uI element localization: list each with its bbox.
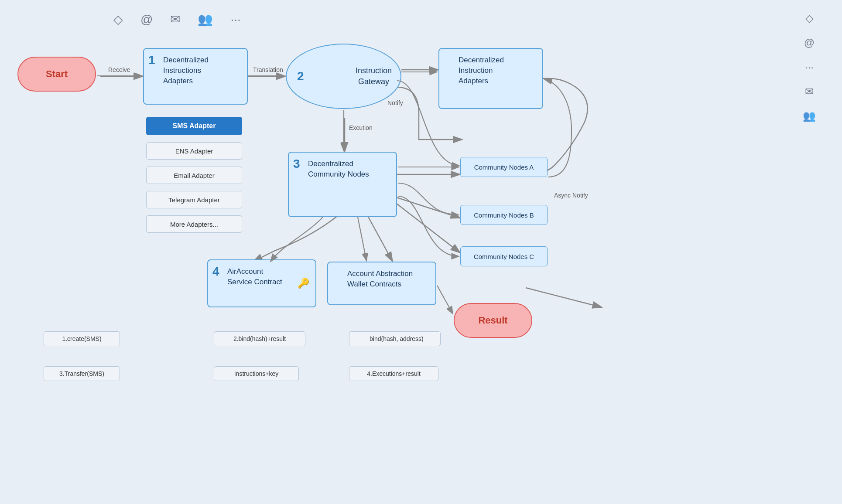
node2: 2 Instruction Gateway bbox=[286, 44, 401, 109]
send-right-icon[interactable]: ✉ bbox=[805, 85, 814, 98]
node3-label: Decentralized Community Nodes bbox=[308, 159, 369, 180]
translation-label: Translation bbox=[253, 66, 283, 73]
node4-label: AirAccount Service Contract bbox=[227, 266, 282, 287]
wallet-contracts: Account Abstraction Wallet Contracts bbox=[327, 262, 436, 305]
node-right: Decentralized Instruction Adapters bbox=[438, 48, 543, 109]
svg-line-17 bbox=[358, 217, 366, 261]
code-executions-result: 4.Executions+result bbox=[349, 366, 438, 381]
node2-label: Instruction Gateway bbox=[356, 65, 392, 87]
node1: 1 Decentralized Instructions Adapters bbox=[143, 48, 248, 105]
svg-line-18 bbox=[437, 286, 453, 314]
receive-label: Receive bbox=[108, 66, 130, 73]
start-label: Start bbox=[46, 68, 68, 80]
community-a: Community Nodes A bbox=[460, 157, 548, 177]
people-right-icon[interactable]: 👥 bbox=[803, 110, 816, 122]
node1-label: Decentralized Instructions Adapters bbox=[163, 55, 209, 86]
telegram-adapter[interactable]: Telegram Adapter bbox=[146, 191, 242, 208]
more-icon[interactable]: ··· bbox=[230, 13, 240, 27]
more-right-icon[interactable]: ··· bbox=[805, 61, 814, 73]
node3: 3 Decentralized Community Nodes bbox=[288, 152, 397, 217]
code-create-sms: 1.create(SMS) bbox=[44, 331, 120, 346]
node-right-label: Decentralized Instruction Adapters bbox=[459, 55, 504, 86]
svg-line-7 bbox=[393, 196, 460, 218]
people-icon[interactable]: 👥 bbox=[198, 12, 213, 27]
svg-line-10 bbox=[526, 288, 602, 307]
async-notify-label: Async Notify bbox=[554, 192, 588, 199]
more-adapters[interactable]: More Adapters... bbox=[146, 215, 242, 233]
at-icon[interactable]: @ bbox=[140, 13, 153, 27]
sms-adapter[interactable]: SMS Adapter bbox=[146, 117, 242, 135]
diamond-icon[interactable]: ◇ bbox=[113, 12, 123, 27]
code-transfer-sms: 3.Transfer(SMS) bbox=[44, 366, 120, 381]
email-adapter[interactable]: Email Adapter bbox=[146, 167, 242, 184]
toolbar-right: ◇ @ ··· ✉ 👥 bbox=[803, 12, 816, 122]
code-bind-address: _bind(hash, address) bbox=[349, 331, 441, 346]
result-node: Result bbox=[454, 303, 532, 338]
toolbar-top: ◇ @ ✉ 👥 ··· bbox=[113, 12, 241, 27]
at-right-icon[interactable]: @ bbox=[804, 37, 815, 49]
code-instructions-key: Instructions+key bbox=[214, 366, 299, 381]
diamond-right-icon[interactable]: ◇ bbox=[805, 12, 813, 24]
node4: 4 AirAccount Service Contract 🔑 bbox=[207, 259, 316, 307]
ens-adapter[interactable]: ENS Adapter bbox=[146, 142, 242, 160]
svg-line-8 bbox=[393, 201, 460, 253]
key-icon: 🔑 bbox=[298, 278, 309, 289]
community-c: Community Nodes C bbox=[460, 246, 548, 266]
send-icon[interactable]: ✉ bbox=[170, 12, 180, 27]
wallet-label: Account Abstraction Wallet Contracts bbox=[347, 269, 413, 289]
execution-label: Excution bbox=[349, 124, 373, 131]
svg-line-9 bbox=[366, 214, 393, 262]
notify-label: Notify bbox=[387, 99, 403, 106]
code-bind-hash: 2.bind(hash)+result bbox=[214, 331, 305, 346]
community-b: Community Nodes B bbox=[460, 205, 548, 225]
start-node: Start bbox=[17, 57, 96, 92]
